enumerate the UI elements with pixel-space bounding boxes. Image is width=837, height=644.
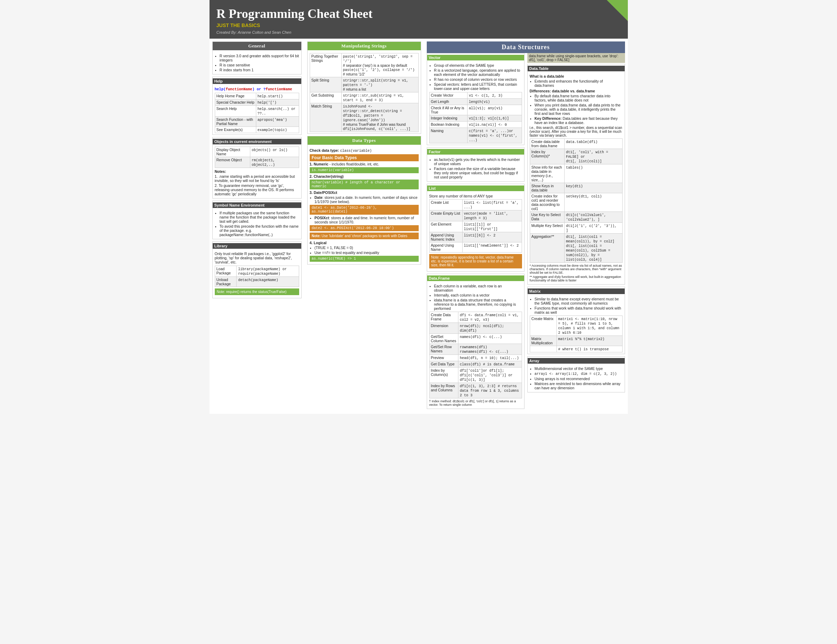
cell: Create List: [429, 200, 462, 210]
cell: head(df1, n = 10); tail(...): [458, 355, 522, 361]
table-row: Get Lengthlength(v1): [429, 99, 522, 105]
left-column: General R version 3.0 and greater adds s…: [210, 39, 304, 414]
cell: list1[[6]] <- 2: [462, 232, 522, 243]
array-header: Array: [528, 358, 625, 364]
symbol-section: Symbol Name Environment If multiple pack…: [212, 201, 302, 239]
cell: df1 <- data.frame(col1 = v1, col2 = v2, …: [458, 312, 522, 323]
matrix-table: Create Matrixmatrix1 <- matrix(1:10, nro…: [530, 316, 622, 352]
objects-header: Objects in current environment: [213, 139, 301, 144]
table-row: Create data.table from data.framedata.ta…: [530, 139, 622, 149]
diff-note: i.e., this search, dt1$col1 > number, do…: [530, 126, 622, 138]
vector-section: Vector Group of elements of the SAME typ…: [427, 53, 525, 145]
datatable-table: Create data.table from data.framedata.ta…: [530, 138, 622, 263]
diff-b3: Key Difference: Data.tables are fast bec…: [535, 116, 622, 125]
table-row: Unload Packagedetach(packageName): [215, 277, 299, 287]
table-row: Create Data Framedf1 <- data.frame(col1 …: [429, 312, 522, 323]
table-row: Append Using Namelist1[['newElement']] <…: [429, 243, 522, 252]
cell: matrix1 <- matrix(1:10, nrow = 5), # fil…: [556, 316, 622, 336]
table-row: Create Empty Listvector(mode = 'list', l…: [429, 210, 522, 221]
right-right-sub: data.frame while using single-square bra…: [527, 53, 625, 411]
table-row: Show info for each data.table in memory …: [530, 164, 622, 183]
cell: Putting Together Strings: [310, 53, 341, 77]
symbol-bullet-2: To avoid this precede the function with …: [220, 224, 299, 237]
factor-b2: Factors can reduce the size of a variabl…: [434, 167, 522, 179]
cell: library(packageName) or require(packageN…: [236, 266, 299, 277]
objects-table: Display Object Nameobjects() or ls() Rem…: [215, 146, 299, 168]
cell: objects() or ls(): [250, 147, 299, 157]
vector-table: Create Vectorv1 <- c(1, 2, 3) Get Length…: [429, 92, 522, 143]
cell: Multiple Key Select: [530, 223, 564, 234]
table-row: Display Object Nameobjects() or ls(): [215, 147, 299, 157]
cell: Create Data Frame: [429, 312, 458, 323]
cell: Get/Set Row Names: [429, 344, 458, 355]
symbol-bullets: If multiple packages use the same functi…: [215, 211, 299, 237]
array-bullets: Multidimensional vector of the SAME type…: [530, 367, 622, 390]
matrix-b1: Similar to data.frame except every eleme…: [535, 297, 622, 305]
table-row: Index by Column(s)df1['col1']or df1[1];d…: [429, 367, 522, 383]
cell: Special Character Help: [215, 100, 256, 106]
type-1-cmd: is.numeric(variable): [310, 167, 419, 173]
cell: nrow(df1); ncol(df1); dim(df1): [458, 323, 522, 334]
cell: Show info for each data.table in memory …: [530, 164, 564, 183]
type-4-label: 4. Logical: [310, 241, 419, 245]
factor-bullets: as.factor(v1) gets you the levels which …: [429, 157, 522, 179]
cell: help.search(..) or ??..: [256, 106, 299, 116]
diff-title: Differences: data.table vs. data.frame: [530, 89, 622, 93]
table-row: Special Character Helphelp('['): [215, 100, 299, 106]
help-cmd-text: help(functionName) or ?functionName: [215, 87, 292, 91]
cell: Aggregation**: [530, 234, 564, 263]
cell: Append Using Name: [429, 243, 462, 252]
cell: Naming: [429, 128, 467, 143]
cell: vector(mode = 'list', length = 3): [462, 210, 522, 221]
page-title: R Programming Cheat Sheet: [217, 7, 621, 21]
general-section: General R version 3.0 and greater adds s…: [212, 41, 302, 74]
df-b2: Internally, each column is a vector: [434, 293, 522, 297]
cell: Match String: [310, 103, 341, 132]
diff-b2: When you print data.frame data, all data…: [535, 103, 622, 116]
matrix-b2: Functions that work with data.frame shou…: [535, 306, 622, 315]
table-row: Search Helphelp.search(..) or ??..: [215, 106, 299, 116]
table-row: Help Home Pagehelp.start(): [215, 93, 299, 100]
cell: Dimension: [429, 323, 458, 334]
cell: data.table(df1): [564, 139, 622, 149]
help-command: help(functionName) or ?functionName: [215, 87, 299, 91]
matrix-section: Matrix Similar to data.frame except ever…: [527, 287, 625, 354]
help-section: Help help(functionName) or ?functionName…: [212, 77, 302, 135]
notes-header: Notes:: [215, 169, 299, 174]
strings-section: Manipulating Strings Putting Together St…: [307, 41, 421, 134]
cell: all(v1); any(v1): [467, 105, 522, 115]
cell: Display Object Name: [215, 147, 250, 157]
table-row: Matrix Multiplicationmatrix1 %*% t(matri…: [530, 336, 622, 346]
type-3-label: 3. Date/POSIXct: [310, 190, 419, 195]
cell: Help Home Page: [215, 93, 256, 100]
cell: example(topic): [256, 127, 299, 133]
list-desc: Store any number of items of ANY type: [429, 194, 522, 198]
table-row: Boolean Indexingv1[is.na(v1)] <- 0: [429, 121, 522, 128]
table-row: Multiple Key Selectdt1[J('1', c('2', '3'…: [530, 223, 622, 234]
dataframe-header: Data.Frame: [427, 275, 524, 281]
library-note: Note: require() returns the status(True/…: [215, 288, 299, 295]
cell: Boolean Indexing: [429, 121, 467, 128]
cell: dt1[, list(col1 = mean(col1)), by = col2…: [564, 234, 622, 263]
cell: Get Length: [429, 99, 467, 105]
footnote2: ** Aggregate and d'ply functions will wo…: [530, 275, 622, 282]
cell: Check if All or Any is True: [429, 105, 467, 115]
general-bullets: R version 3.0 and greater adds support f…: [215, 54, 299, 72]
middle-column: Manipulating Strings Putting Together St…: [304, 39, 424, 414]
table-row: Aggregation**dt1[, list(col1 = mean(col1…: [530, 234, 622, 263]
cell: stringr::str_sub(string = v1, start = 1,…: [341, 92, 419, 103]
date-desc: Date: stores just a date. In numeric for…: [315, 195, 419, 204]
cell: Preview: [429, 355, 458, 361]
table-row: Dimensionnrow(df1); ncol(df1); dim(df1): [429, 323, 522, 334]
general-header: General: [213, 42, 301, 50]
cell: help.start(): [256, 93, 299, 100]
cell: Split String: [310, 77, 341, 92]
matrix-bullets: Similar to data.frame except every eleme…: [530, 297, 622, 315]
strings-header: Manipulating Strings: [308, 42, 421, 50]
cell: Index by Column(s): [429, 367, 458, 383]
help-table: Help Home Pagehelp.start() Special Chara…: [215, 93, 299, 133]
table-row: Create index for col1 and reorder data a…: [530, 193, 622, 212]
cell: Create Vector: [429, 92, 467, 99]
array-b4: Matrices are restricted to two dimension…: [535, 382, 622, 390]
cell: length(v1): [467, 99, 522, 105]
